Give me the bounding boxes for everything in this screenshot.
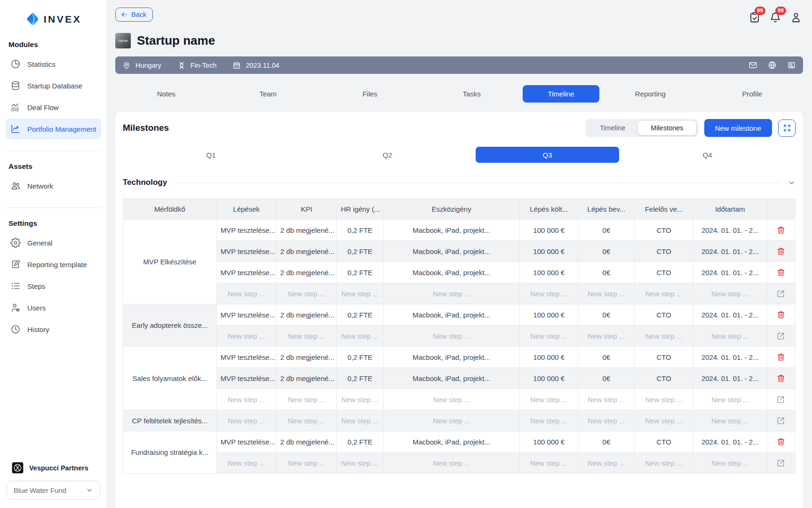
new-step-cell[interactable]: New step ... xyxy=(276,283,337,304)
quarter-tab-q4[interactable]: Q4 xyxy=(619,147,796,163)
new-step-cell[interactable]: New step ... xyxy=(578,452,635,474)
new-step-cell[interactable]: New step ... xyxy=(578,410,635,431)
step-cell[interactable]: 2 db megjelené... xyxy=(276,431,337,452)
quarter-tab-q3[interactable]: Q3 xyxy=(476,147,619,163)
new-step-cell[interactable]: New step ... xyxy=(383,325,520,347)
new-step-cell[interactable]: New step ... xyxy=(216,325,276,347)
milestone-cell[interactable]: Sales folyamatok elők... xyxy=(123,347,217,410)
step-cell[interactable]: 0,2 FTE xyxy=(337,304,383,325)
step-cell[interactable]: CTO xyxy=(635,220,693,241)
new-step-cell[interactable]: New step ... xyxy=(693,389,767,410)
tab-files[interactable]: Files xyxy=(319,85,421,103)
milestone-cell[interactable]: Fundraising stratégia k... xyxy=(123,431,217,474)
delete-step-button[interactable] xyxy=(771,304,791,325)
delete-step-button[interactable] xyxy=(771,347,791,367)
step-cell[interactable]: Macbook, iPad, projekt... xyxy=(383,304,520,325)
step-cell[interactable]: 0,2 FTE xyxy=(337,241,383,262)
open-step-button[interactable] xyxy=(771,283,791,304)
sidebar-item-network[interactable]: Network xyxy=(6,175,101,196)
step-cell[interactable]: CTO xyxy=(635,431,693,452)
new-step-cell[interactable]: New step ... xyxy=(693,410,767,431)
delete-step-button[interactable] xyxy=(771,220,791,240)
step-cell[interactable]: 0,2 FTE xyxy=(337,262,383,283)
step-cell[interactable]: MVP tesztelése... xyxy=(216,368,276,389)
new-step-cell[interactable]: New step ... xyxy=(276,410,337,431)
sidebar-item-portfolio-management[interactable]: Portfolio Management xyxy=(6,119,101,139)
step-cell[interactable]: 2024. 01. 01. - 2... xyxy=(693,304,767,325)
new-step-cell[interactable]: New step ... xyxy=(216,410,276,431)
tab-profile[interactable]: Profile xyxy=(701,85,804,103)
news-icon[interactable] xyxy=(787,61,796,70)
step-cell[interactable]: CTO xyxy=(635,262,693,283)
step-cell[interactable]: CTO xyxy=(635,241,693,262)
new-step-cell[interactable]: New step ... xyxy=(635,389,693,410)
new-step-cell[interactable]: New step ... xyxy=(337,325,383,347)
step-cell[interactable]: 100 000 € xyxy=(520,241,578,262)
delete-step-button[interactable] xyxy=(771,262,791,283)
open-step-button[interactable] xyxy=(771,325,791,346)
step-cell[interactable]: 100 000 € xyxy=(520,431,578,452)
step-cell[interactable]: 2024. 01. 01. - 2... xyxy=(693,262,767,283)
new-step-cell[interactable]: New step ... xyxy=(520,410,578,431)
tab-reporting[interactable]: Reporting xyxy=(599,85,701,103)
quarter-tab-q1[interactable]: Q1 xyxy=(123,147,299,163)
new-step-cell[interactable]: New step ... xyxy=(693,452,767,474)
step-cell[interactable]: MVP tesztelése... xyxy=(216,431,276,452)
step-cell[interactable]: 0,2 FTE xyxy=(337,431,383,452)
step-cell[interactable]: 2024. 01. 01. - 2... xyxy=(693,220,767,241)
step-cell[interactable]: MVP tesztelése... xyxy=(216,241,276,262)
step-cell[interactable]: 2024. 01. 01. - 2... xyxy=(693,347,767,368)
new-step-cell[interactable]: New step ... xyxy=(520,389,578,410)
step-cell[interactable]: 2024. 01. 01. - 2... xyxy=(693,368,767,389)
tasks-button[interactable]: 99 xyxy=(748,11,761,24)
new-step-cell[interactable]: New step ... xyxy=(337,410,383,431)
new-step-cell[interactable]: New step ... xyxy=(216,452,276,474)
new-step-cell[interactable]: New step ... xyxy=(337,389,383,410)
open-step-button[interactable] xyxy=(771,452,791,473)
sidebar-item-statistics[interactable]: Statistics xyxy=(6,54,101,74)
step-cell[interactable]: MVP tesztelése... xyxy=(216,304,276,325)
step-cell[interactable]: 0€ xyxy=(578,347,635,368)
step-cell[interactable]: MVP tesztelése... xyxy=(216,262,276,283)
step-cell[interactable]: 2 db megjelené... xyxy=(276,262,337,283)
step-cell[interactable]: 2 db megjelené... xyxy=(276,304,337,325)
delete-step-button[interactable] xyxy=(771,241,791,262)
new-step-cell[interactable]: New step ... xyxy=(578,389,635,410)
step-cell[interactable]: 0,2 FTE xyxy=(337,368,383,389)
new-step-cell[interactable]: New step ... xyxy=(693,325,767,347)
step-cell[interactable]: 0€ xyxy=(578,304,635,325)
new-step-cell[interactable]: New step ... xyxy=(520,283,578,304)
globe-icon[interactable] xyxy=(768,61,777,70)
step-cell[interactable]: 0€ xyxy=(578,220,635,241)
milestone-cell[interactable]: Early adopterek össze... xyxy=(123,304,217,347)
sidebar-item-reporting-template[interactable]: Reporting template xyxy=(6,254,101,275)
toggle-timeline[interactable]: Timeline xyxy=(587,121,638,135)
sidebar-item-deal-flow[interactable]: Deal Flow xyxy=(6,97,101,118)
sidebar-item-startup-database[interactable]: Startup Database xyxy=(6,75,101,96)
new-step-cell[interactable]: New step ... xyxy=(337,283,383,304)
step-cell[interactable]: CTO xyxy=(635,304,693,325)
new-step-cell[interactable]: New step ... xyxy=(276,325,337,347)
open-step-button[interactable] xyxy=(771,410,791,431)
new-step-cell[interactable]: New step ... xyxy=(216,389,276,410)
new-step-cell[interactable]: New step ... xyxy=(635,452,693,474)
new-step-cell[interactable]: New step ... xyxy=(276,389,337,410)
delete-step-button[interactable] xyxy=(771,368,791,389)
step-cell[interactable]: 2 db megjelené... xyxy=(276,347,337,368)
new-step-cell[interactable]: New step ... xyxy=(383,452,520,474)
fund-select[interactable]: Blue Water Fund xyxy=(7,481,100,500)
sidebar-item-history[interactable]: History xyxy=(6,319,101,340)
new-step-cell[interactable]: New step ... xyxy=(578,325,635,347)
open-step-button[interactable] xyxy=(771,389,791,410)
step-cell[interactable]: 2 db megjelené... xyxy=(276,220,337,241)
milestone-cell[interactable]: MVP Elkészítése xyxy=(123,220,217,304)
back-button[interactable]: Back xyxy=(115,8,153,22)
step-cell[interactable]: 0,2 FTE xyxy=(337,220,383,241)
step-cell[interactable]: 0€ xyxy=(578,431,635,452)
new-step-cell[interactable]: New step ... xyxy=(635,283,693,304)
tab-notes[interactable]: Notes xyxy=(115,85,217,103)
milestone-cell[interactable]: CP feltételek tejlesítés... xyxy=(123,410,217,431)
new-step-cell[interactable]: New step ... xyxy=(635,410,693,431)
step-cell[interactable]: CTO xyxy=(635,347,693,368)
profile-button[interactable] xyxy=(790,11,802,24)
